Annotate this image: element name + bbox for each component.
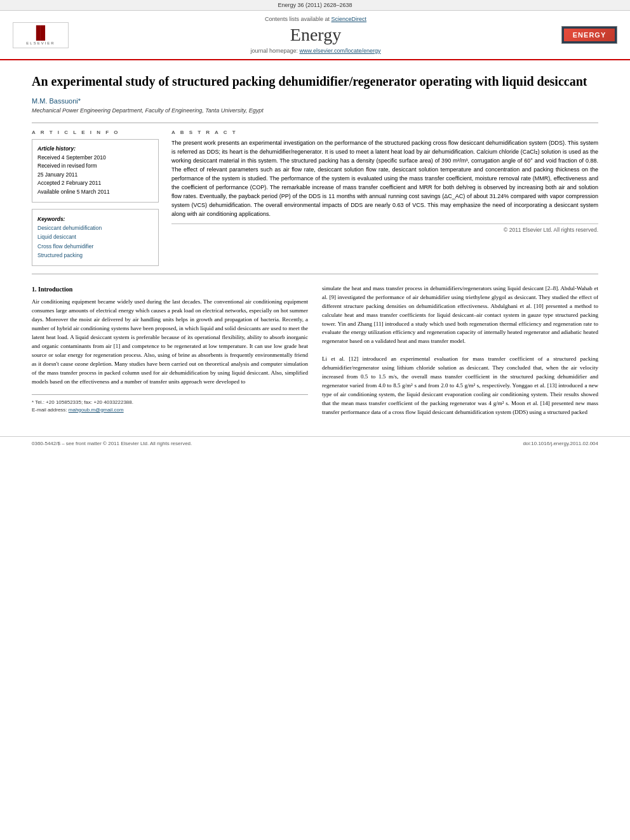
abstract-heading: A B S T R A C T	[171, 130, 598, 135]
elsevier-emblem: ▐▌	[16, 25, 65, 40]
intro-left-text: Air conditioning equipment became widely…	[32, 298, 308, 386]
journal-name: Energy	[70, 25, 561, 45]
intro-right-text-2: Li et al. [12] introduced an experimenta…	[322, 355, 598, 417]
author-affiliation: Mechanical Power Engineering Department,…	[32, 107, 598, 114]
journal-homepage: journal homepage: www.elsevier.com/locat…	[70, 48, 561, 54]
elsevier-logo: ▐▌ ELSEVIER	[13, 22, 70, 48]
footnote-tel: * Tel.: +20 105852335; fax: +20 40332223…	[32, 399, 308, 406]
energy-logo-inner: ENERGY	[564, 29, 615, 41]
divider-2	[32, 274, 598, 274]
keyword-1[interactable]: Desiccant dehumidification	[37, 223, 153, 232]
intro-title: 1. Introduction	[32, 284, 308, 295]
history-label: Article history:	[37, 145, 153, 154]
received-revised-date: 25 January 2011	[37, 171, 153, 180]
article-meta-section: A R T I C L E I N F O Article history: R…	[32, 130, 598, 266]
top-bar: Energy 36 (2011) 2628–2638	[0, 0, 630, 11]
received-date: Received 4 September 2010	[37, 154, 153, 163]
main-content: An experimental study of structured pack…	[0, 60, 630, 430]
keyword-2[interactable]: Liquid desiccant	[37, 232, 153, 241]
energy-logo-box: ENERGY	[561, 26, 617, 44]
keywords-label: Keywords:	[37, 215, 153, 223]
sciencedirect-link[interactable]: ScienceDirect	[332, 16, 367, 22]
journal-center: Contents lists available at ScienceDirec…	[70, 16, 561, 54]
footnote-area: * Tel.: +20 105852335; fax: +20 40332223…	[32, 394, 308, 414]
footnote-email: E-mail address: mahgoub.m@gmail.com	[32, 406, 308, 414]
article-info-col: A R T I C L E I N F O Article history: R…	[32, 130, 159, 266]
abstract-text: The present work presents an experimenta…	[171, 139, 598, 218]
available-date: Available online 5 March 2011	[37, 188, 153, 197]
body-left-col: 1. Introduction Air conditioning equipme…	[32, 284, 308, 417]
body-right-col: simulate the heat and mass transfer proc…	[322, 284, 598, 417]
keywords-box: Keywords: Desiccant dehumidification Liq…	[32, 209, 159, 266]
homepage-link[interactable]: www.elsevier.com/locate/energy	[300, 48, 381, 54]
elsevier-logo-box: ▐▌ ELSEVIER	[13, 22, 69, 48]
sciencedirect-line: Contents lists available at ScienceDirec…	[70, 16, 561, 22]
journal-header: ▐▌ ELSEVIER Contents lists available at …	[0, 11, 630, 60]
copyright-line: © 2011 Elsevier Ltd. All rights reserved…	[171, 223, 598, 233]
issn-text: 0360-5442/$ – see front matter © 2011 El…	[32, 441, 192, 446]
intro-right-text: simulate the heat and mass transfer proc…	[322, 284, 598, 347]
email-link[interactable]: mahgoub.m@gmail.com	[69, 407, 124, 413]
body-section: 1. Introduction Air conditioning equipme…	[32, 284, 598, 417]
article-info-heading: A R T I C L E I N F O	[32, 130, 159, 135]
abstract-col: A B S T R A C T The present work present…	[171, 130, 598, 266]
article-title: An experimental study of structured pack…	[32, 73, 598, 90]
divider-1	[32, 123, 598, 123]
doi-text: doi:10.1016/j.energy.2011.02.004	[523, 441, 598, 446]
keyword-4[interactable]: Structured packing	[37, 251, 153, 260]
author-name: M.M. Bassuoni*	[32, 97, 598, 105]
bottom-bar: 0360-5442/$ – see front matter © 2011 El…	[0, 436, 630, 450]
elsevier-text: ELSEVIER	[16, 41, 65, 45]
received-revised-label: Received in revised form	[37, 162, 153, 171]
keyword-3[interactable]: Cross flow dehumidifier	[37, 242, 153, 251]
journal-citation: Energy 36 (2011) 2628–2638	[278, 2, 352, 8]
article-history-box: Article history: Received 4 September 20…	[32, 139, 159, 203]
accepted-date: Accepted 2 February 2011	[37, 179, 153, 188]
